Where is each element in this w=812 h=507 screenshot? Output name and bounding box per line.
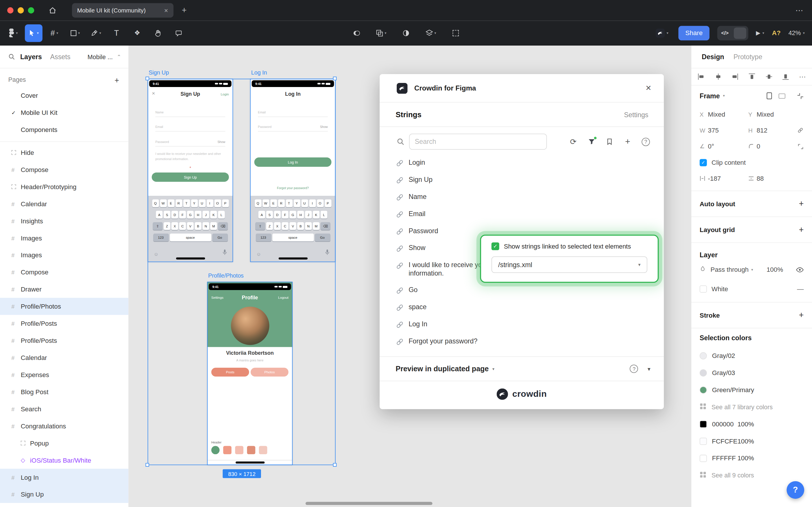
add-auto-layout-button[interactable]: + bbox=[799, 199, 804, 209]
profile-frame[interactable]: Settings Profile Logout 9:41 Victoriia R… bbox=[207, 282, 293, 465]
home-icon[interactable] bbox=[49, 7, 57, 14]
add-layout-grid-button[interactable]: + bbox=[799, 225, 804, 234]
landscape-icon[interactable] bbox=[778, 93, 786, 99]
selection-color-row[interactable]: FCFCFE100% bbox=[691, 433, 812, 450]
frame-section-title[interactable]: Frame bbox=[699, 92, 720, 100]
align-top-icon[interactable] bbox=[748, 73, 755, 80]
align-left-icon[interactable] bbox=[697, 73, 705, 80]
file-tab[interactable]: Mobile UI kit (Community) ✕ bbox=[72, 3, 173, 18]
zoom-window-button[interactable] bbox=[28, 7, 34, 13]
hand-tool-button[interactable] bbox=[149, 24, 167, 42]
strings-file-select[interactable]: /strings.xml ▾ bbox=[491, 257, 648, 273]
layer-item[interactable]: #Log In bbox=[0, 469, 128, 486]
constrain-proportions-icon[interactable] bbox=[797, 127, 804, 133]
portrait-icon[interactable] bbox=[766, 92, 772, 100]
checkbox-checked-icon[interactable]: ✓ bbox=[699, 159, 707, 166]
rotation-field[interactable]: ∠ 0° bbox=[699, 143, 748, 150]
contrast-tool-button[interactable] bbox=[397, 24, 415, 42]
layer-item[interactable]: Header/Prototyping bbox=[0, 178, 128, 195]
add-stroke-button[interactable]: + bbox=[799, 311, 804, 320]
selection-color-row[interactable]: Gray/02 bbox=[691, 347, 812, 364]
y-position-field[interactable]: Y Mixed bbox=[748, 111, 797, 118]
save-icon[interactable] bbox=[605, 137, 614, 146]
new-tab-button[interactable]: + bbox=[182, 6, 187, 15]
horizontal-spacing-field[interactable]: -187 bbox=[699, 175, 748, 182]
layer-item[interactable]: #Congratulations bbox=[0, 417, 128, 435]
minimize-window-button[interactable] bbox=[18, 7, 24, 13]
layer-item[interactable]: Hide bbox=[0, 144, 128, 161]
layer-item[interactable]: #Compose bbox=[0, 161, 128, 178]
layer-item[interactable]: Popup bbox=[0, 435, 128, 452]
remove-style-icon[interactable]: — bbox=[797, 285, 804, 293]
frame-label-profile[interactable]: Profile/Photos bbox=[208, 272, 244, 278]
tab-assets[interactable]: Assets bbox=[50, 53, 70, 61]
page-item[interactable]: Cover bbox=[0, 87, 128, 104]
string-item[interactable]: Email bbox=[380, 206, 664, 223]
selection-color-row[interactable]: FFFFFF100% bbox=[691, 450, 812, 467]
selection-handle[interactable] bbox=[333, 463, 337, 467]
string-item[interactable]: Log In bbox=[380, 316, 664, 333]
tab-settings[interactable]: Settings bbox=[624, 111, 648, 118]
align-bottom-icon[interactable] bbox=[782, 73, 790, 80]
string-item[interactable]: Sign Up bbox=[380, 171, 664, 188]
selection-handle[interactable] bbox=[146, 76, 149, 80]
string-item[interactable]: Name bbox=[380, 188, 664, 206]
frame-tool-button[interactable]: # ▾ bbox=[46, 24, 63, 42]
blend-mode-value[interactable]: Pass through bbox=[710, 266, 749, 273]
selection-color-row[interactable]: Green/Primary bbox=[691, 381, 812, 398]
see-all-colors-row[interactable]: See all 7 library colors bbox=[691, 398, 812, 415]
text-tool-button[interactable]: T bbox=[108, 24, 125, 42]
selection-tool-button[interactable] bbox=[447, 24, 465, 42]
pen-tool-button[interactable]: ▾ bbox=[87, 24, 105, 42]
avatar[interactable]: A? bbox=[772, 29, 781, 37]
layer-item[interactable]: #Profile/Posts bbox=[0, 332, 128, 349]
layer-item[interactable]: #Calendar bbox=[0, 195, 128, 212]
preview-label[interactable]: Preview in duplicated page bbox=[396, 364, 489, 373]
page-item[interactable]: Components bbox=[0, 121, 128, 138]
vertical-spacing-field[interactable]: 88 bbox=[748, 175, 797, 182]
checkbox-checked-icon[interactable]: ✓ bbox=[491, 242, 500, 250]
refresh-icon[interactable]: ⟳ bbox=[569, 137, 578, 146]
layer-item[interactable]: #Sign Up bbox=[0, 486, 128, 503]
present-button[interactable]: ▶ ▾ bbox=[756, 30, 764, 36]
align-right-icon[interactable] bbox=[732, 73, 739, 80]
align-horizontal-center-icon[interactable] bbox=[714, 73, 722, 80]
tab-prototype[interactable]: Prototype bbox=[734, 53, 762, 61]
layer-item[interactable]: #Insights bbox=[0, 212, 128, 229]
string-item[interactable]: space bbox=[380, 299, 664, 316]
zoom-menu[interactable]: 42% ▾ bbox=[789, 29, 805, 37]
tab-design[interactable]: Design bbox=[702, 53, 724, 61]
window-more-icon[interactable]: ⋯ bbox=[796, 6, 804, 15]
distribute-more-icon[interactable]: ⋯ bbox=[799, 73, 806, 80]
string-item[interactable]: Login bbox=[380, 154, 664, 171]
tab-strings[interactable]: Strings bbox=[396, 110, 421, 119]
layer-item[interactable]: #Images bbox=[0, 229, 128, 246]
layer-item[interactable]: #Calendar bbox=[0, 349, 128, 366]
opacity-value[interactable]: 100% bbox=[766, 266, 783, 273]
independent-corners-icon[interactable] bbox=[798, 143, 804, 149]
shape-tool-button[interactable]: ▾ bbox=[66, 24, 84, 42]
layer-item[interactable]: #Profile/Posts bbox=[0, 315, 128, 332]
layer-item[interactable]: #Images bbox=[0, 246, 128, 264]
layer-item[interactable]: #Search bbox=[0, 400, 128, 417]
fill-style-row[interactable]: White — bbox=[699, 281, 804, 297]
resources-tool-button[interactable]: ❖ bbox=[128, 24, 146, 42]
main-menu-button[interactable]: ▾ bbox=[4, 24, 22, 42]
add-page-button[interactable]: + bbox=[115, 75, 119, 84]
layer-item[interactable]: #Drawer bbox=[0, 281, 128, 298]
selection-handle[interactable] bbox=[146, 463, 149, 467]
layer-item[interactable]: #Compose bbox=[0, 264, 128, 281]
boolean-groups-button[interactable]: ▾ bbox=[372, 24, 390, 42]
expand-chevron-icon[interactable]: ▾ bbox=[648, 365, 650, 372]
mask-tool-button[interactable] bbox=[347, 24, 365, 42]
clip-content-row[interactable]: ✓ Clip content bbox=[699, 154, 804, 170]
login-frame[interactable]: 9:41 Log In Email Show Password Log In F… bbox=[250, 78, 336, 262]
dev-mode-toggle[interactable]: </> bbox=[717, 25, 748, 40]
frame-label-login[interactable]: Log In bbox=[251, 69, 267, 75]
string-item[interactable]: Go bbox=[380, 282, 664, 299]
add-string-icon[interactable]: + bbox=[623, 137, 632, 146]
selection-handle[interactable] bbox=[333, 76, 337, 80]
help-button[interactable]: ? bbox=[787, 481, 804, 499]
help-icon[interactable]: ? bbox=[641, 137, 650, 146]
page-switcher[interactable]: Mobile ... bbox=[88, 53, 113, 60]
